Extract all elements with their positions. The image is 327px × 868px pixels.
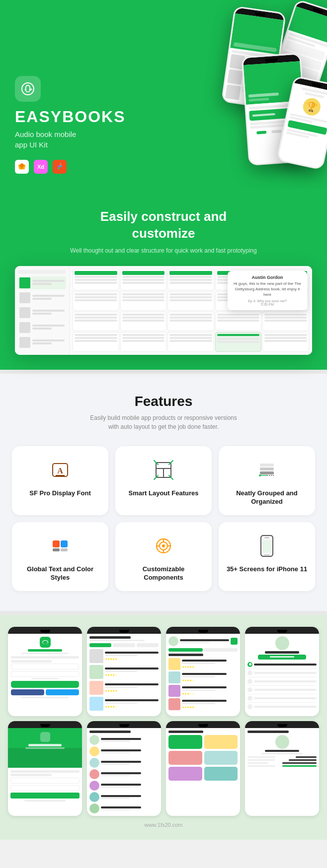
- section-divider: [0, 370, 327, 374]
- svg-text:A: A: [57, 467, 63, 475]
- feature-card-smart-layout: Smart Layout Features: [115, 446, 212, 515]
- svg-point-34: [162, 544, 165, 547]
- figma-icon: [53, 160, 67, 174]
- screen-library: ★★★★★ ★★★★☆ ★★★★★: [87, 627, 161, 716]
- screen-profile: [245, 627, 319, 716]
- svg-rect-29: [61, 540, 68, 547]
- screen-info: [245, 721, 319, 816]
- app-icon: [15, 76, 41, 102]
- svg-rect-9: [58, 163, 60, 165]
- svg-rect-41: [264, 537, 269, 538]
- hero-section: 🏆 EASYBOOKS Audio boo: [0, 0, 327, 189]
- svg-rect-25: [260, 471, 274, 474]
- feature-label-customizable: Customizable Components: [122, 565, 205, 582]
- style-icon: [47, 533, 73, 559]
- features-subtitle: Easily build mobile app products or resp…: [12, 413, 315, 431]
- feature-card-screens: 35+ Screens for iPhone 11: [219, 522, 315, 591]
- section-divider-2: [0, 611, 327, 615]
- svg-rect-11: [58, 165, 60, 167]
- phone-icon: [254, 533, 280, 559]
- features-grid: A SF Pro Display Font Smart Layout F: [12, 446, 315, 591]
- screens-row-2: [8, 721, 319, 816]
- svg-point-6: [30, 88, 32, 90]
- feature-label-smart-layout: Smart Layout Features: [129, 489, 199, 498]
- layers-icon: [254, 457, 280, 483]
- svg-rect-43: [264, 554, 270, 555]
- features-title: Features: [12, 394, 315, 409]
- screenshot-sidebar: [15, 266, 70, 355]
- feature-label-global-text: Global Text and Color Styles: [19, 565, 101, 582]
- screen-welcome: [8, 721, 82, 816]
- feature-label-sf-pro: SF Pro Display Font: [29, 489, 91, 498]
- svg-point-13: [60, 165, 62, 167]
- feature-card-global-text: Global Text and Color Styles: [12, 522, 108, 591]
- font-icon: A: [47, 457, 73, 483]
- feature-card-customizable: Customizable Components: [115, 522, 212, 591]
- svg-rect-12: [58, 167, 60, 169]
- svg-point-27: [259, 474, 261, 476]
- svg-rect-31: [61, 548, 68, 551]
- svg-rect-42: [263, 540, 271, 553]
- screens-row-1: ★★★★★ ★★★★☆ ★★★★★: [8, 627, 319, 716]
- svg-rect-28: [53, 540, 60, 547]
- features-section: Features Easily build mobile app product…: [0, 374, 327, 611]
- feature-card-grouped: Neatly Grouped and Organized: [219, 446, 315, 515]
- xd-icon: Xd: [34, 160, 48, 174]
- construct-section: Easily construct andcustomize Well thoug…: [0, 189, 327, 370]
- construct-subtitle: Well thought out and clear structure for…: [15, 247, 312, 254]
- screen-login: [8, 627, 82, 716]
- construct-title: Easily construct andcustomize: [15, 208, 312, 242]
- svg-rect-24: [260, 467, 274, 470]
- screen-audiobooks: ★★★★★ ★★★★☆ ★★★☆☆: [166, 627, 240, 716]
- sketch-icon: [15, 160, 29, 174]
- hero-tools: Xd: [15, 160, 312, 174]
- hero-title: EASYBOOKS: [15, 108, 312, 126]
- feature-label-screens: 35+ Screens for iPhone 11: [227, 565, 307, 574]
- screen-categories: [166, 721, 240, 816]
- svg-rect-26: [260, 464, 274, 467]
- svg-rect-10: [60, 163, 62, 165]
- watermark: www.1fx20.com: [8, 822, 319, 828]
- layout-icon: [151, 457, 176, 483]
- feature-card-sf-pro: A SF Pro Display Font: [12, 446, 108, 515]
- svg-rect-30: [53, 548, 60, 551]
- svg-rect-1: [25, 88, 26, 91]
- app-screenshot: Austin Gordon Hi guys, this is the new p…: [15, 266, 312, 355]
- screen-following: [87, 721, 161, 816]
- hero-subtitle: Audio book mobile app UI Kit: [15, 129, 312, 150]
- component-icon: [151, 533, 176, 559]
- screens-section: ★★★★★ ★★★★☆ ★★★★★: [0, 615, 327, 840]
- chat-bubble: Austin Gordon Hi guys, this is the new p…: [228, 271, 307, 311]
- hero-content: EASYBOOKS Audio book mobile app UI Kit X…: [15, 76, 312, 174]
- feature-label-grouped: Neatly Grouped and Organized: [226, 489, 308, 506]
